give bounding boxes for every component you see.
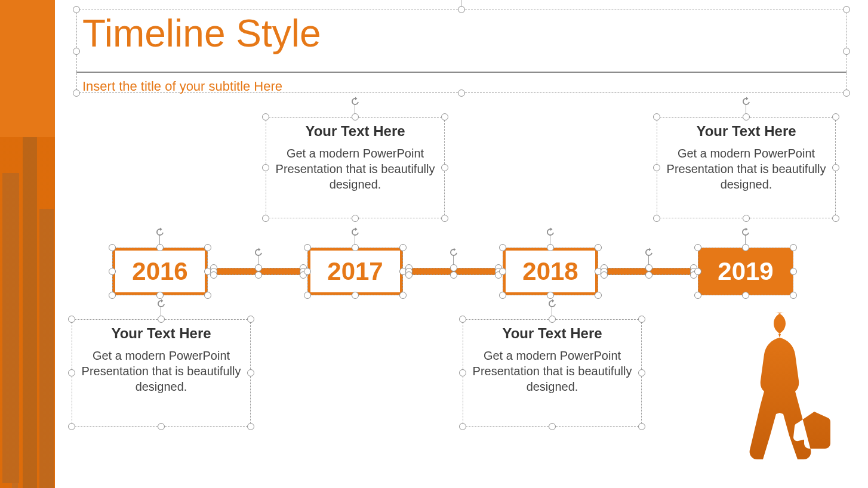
- title-group-shape[interactable]: Timeline Style Insert the title of your …: [76, 10, 847, 93]
- rotate-handle-icon: [644, 248, 654, 257]
- businessman-silhouette: [725, 310, 844, 483]
- callout-2017[interactable]: Your Text Here Get a modern PowerPoint P…: [266, 117, 445, 218]
- rotate-handle-icon: [156, 299, 166, 308]
- year-2019-shape[interactable]: 2019: [698, 248, 793, 295]
- rotate-handle-icon: [449, 248, 458, 257]
- callout-2016[interactable]: Your Text Here Get a modern PowerPoint P…: [72, 319, 251, 427]
- rotate-handle-icon: [547, 299, 557, 308]
- rotate-handle-icon: [254, 248, 263, 257]
- callout-2017-title: Your Text Here: [266, 117, 445, 142]
- year-2016-shape[interactable]: 2016: [112, 248, 208, 295]
- title-divider: [76, 72, 847, 73]
- left-accent-strip: [0, 0, 55, 488]
- year-2016: 2016: [112, 248, 208, 295]
- cityscape-backdrop: [0, 137, 55, 488]
- callout-2018-title: Your Text Here: [463, 319, 642, 344]
- rotate-handle-icon: [155, 227, 165, 237]
- connector-1-shape[interactable]: [214, 268, 303, 275]
- year-2017: 2017: [307, 248, 403, 295]
- callout-2017-body: Get a modern PowerPoint Presentation tha…: [266, 142, 445, 200]
- callout-2016-body: Get a modern PowerPoint Presentation tha…: [72, 344, 251, 403]
- callout-2019-body: Get a modern PowerPoint Presentation tha…: [657, 142, 836, 200]
- year-2017-shape[interactable]: 2017: [307, 248, 403, 295]
- slide-title[interactable]: Timeline Style: [76, 10, 321, 57]
- callout-2019[interactable]: Your Text Here Get a modern PowerPoint P…: [657, 117, 836, 218]
- rotate-handle-icon: [350, 97, 360, 106]
- slide-subtitle[interactable]: Insert the title of your subtitle Here: [82, 79, 282, 94]
- callout-2018-body: Get a modern PowerPoint Presentation tha…: [463, 344, 642, 403]
- year-2018: 2018: [503, 248, 598, 295]
- rotate-handle-icon: [546, 227, 555, 237]
- rotate-handle-icon: [741, 97, 751, 106]
- connector-3-shape[interactable]: [604, 268, 694, 275]
- callout-2019-title: Your Text Here: [657, 117, 836, 142]
- year-2018-shape[interactable]: 2018: [503, 248, 598, 295]
- rotate-handle-icon: [350, 227, 360, 237]
- year-2019: 2019: [698, 248, 793, 295]
- callout-2018[interactable]: Your Text Here Get a modern PowerPoint P…: [463, 319, 642, 427]
- rotate-handle-icon: [741, 227, 750, 237]
- callout-2016-title: Your Text Here: [72, 319, 251, 344]
- connector-2-shape[interactable]: [409, 268, 498, 275]
